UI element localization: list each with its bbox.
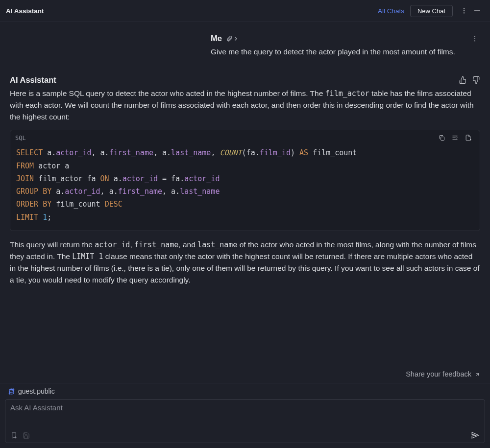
assistant-intro-text: Here is a sample SQL query to detect the… — [10, 88, 480, 123]
input-area — [5, 399, 485, 443]
attachment-icon[interactable] — [226, 35, 233, 42]
attachment-caret-icon[interactable] — [235, 36, 238, 41]
assistant-author-label: AI Assistant — [10, 75, 56, 85]
external-link-icon — [474, 372, 480, 377]
svg-rect-7 — [441, 137, 444, 141]
thumbs-up-icon[interactable] — [459, 76, 467, 84]
svg-line-13 — [476, 374, 479, 376]
bookmark-icon[interactable] — [10, 432, 18, 439]
inline-code: film_actor — [325, 89, 369, 98]
new-chat-button[interactable]: New Chat — [410, 5, 453, 17]
all-chats-link[interactable]: All Chats — [378, 7, 404, 15]
svg-point-4 — [474, 36, 475, 37]
context-label: guest.public — [18, 387, 55, 395]
svg-point-2 — [464, 12, 465, 13]
assistant-message: AI Assistant Here is a sample SQL query … — [0, 58, 490, 286]
assistant-explanation-text: This query will return the actor_id, fir… — [10, 239, 480, 286]
context-bar[interactable]: guest.public — [0, 383, 490, 398]
database-icon — [8, 388, 15, 395]
user-author-label: Me — [211, 34, 222, 43]
share-feedback-link[interactable]: Share your feedback — [0, 364, 490, 383]
chat-scroll-area: Me Give me the query to detect the actor… — [0, 22, 490, 364]
save-icon[interactable] — [23, 432, 30, 439]
user-message-menu-icon[interactable] — [469, 35, 480, 42]
svg-point-15 — [9, 388, 14, 390]
code-content[interactable]: SELECT a.actor_id, a.first_name, a.last_… — [10, 145, 480, 231]
new-file-code-icon[interactable] — [462, 133, 475, 142]
app-title: AI Assistant — [6, 7, 44, 15]
svg-point-1 — [464, 10, 465, 11]
minimize-icon[interactable] — [470, 5, 484, 16]
copy-code-icon[interactable] — [435, 133, 448, 142]
svg-point-5 — [474, 38, 475, 39]
user-message: Me Give me the query to detect the actor… — [0, 22, 490, 58]
svg-point-6 — [474, 40, 475, 41]
header-bar: AI Assistant All Chats New Chat — [0, 0, 490, 22]
code-language-label: SQL — [15, 135, 26, 141]
code-block: SQL SELECT a.actor_id, a.first_name, a.l… — [10, 130, 480, 231]
user-message-body: Give me the query to detect the actor pl… — [211, 46, 480, 58]
thumbs-down-icon[interactable] — [472, 76, 480, 84]
insert-code-icon[interactable] — [448, 133, 462, 142]
send-icon[interactable] — [471, 431, 480, 440]
prompt-input[interactable] — [5, 400, 485, 429]
svg-point-0 — [464, 8, 465, 9]
more-icon[interactable] — [458, 5, 470, 16]
